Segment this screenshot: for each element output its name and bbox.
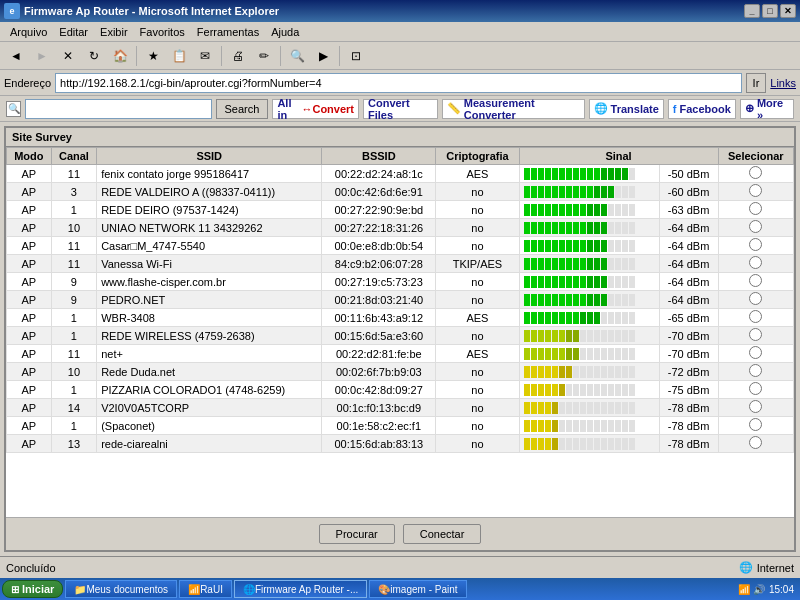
cell-bssid: 00:1e:58:c2:ec:f1 xyxy=(322,417,436,435)
more-plugin[interactable]: ⊕More » xyxy=(740,99,794,119)
cell-select[interactable] xyxy=(718,201,793,219)
start-button[interactable]: ⊞ Iniciar xyxy=(2,580,63,598)
select-radio[interactable] xyxy=(749,184,762,197)
cell-select[interactable] xyxy=(718,381,793,399)
menu-ajuda[interactable]: Ajuda xyxy=(265,24,305,40)
stop-btn[interactable]: ✕ xyxy=(56,45,80,67)
menu-exibir[interactable]: Exibir xyxy=(94,24,134,40)
translate-plugin[interactable]: 🌐Translate xyxy=(589,99,664,119)
cell-dbm: -64 dBm xyxy=(659,273,718,291)
cell-ssid: PIZZARIA COLORADO1 (4748-6259) xyxy=(97,381,322,399)
cell-dbm: -64 dBm xyxy=(659,255,718,273)
cell-signal-bar xyxy=(519,399,659,417)
select-radio[interactable] xyxy=(749,238,762,251)
print-btn[interactable]: 🖨 xyxy=(226,45,250,67)
maximize-btn[interactable]: □ xyxy=(762,4,778,18)
cell-select[interactable] xyxy=(718,255,793,273)
select-radio[interactable] xyxy=(749,220,762,233)
edit-btn[interactable]: ✏ xyxy=(252,45,276,67)
favorites-btn[interactable]: ★ xyxy=(141,45,165,67)
cell-cripto: no xyxy=(436,399,519,417)
menu-arquivo[interactable]: Arquivo xyxy=(4,24,53,40)
cell-select[interactable] xyxy=(718,165,793,183)
search-input[interactable] xyxy=(25,99,212,119)
select-radio[interactable] xyxy=(749,328,762,341)
convert-files-plugin[interactable]: Convert Files xyxy=(363,99,438,119)
cell-ssid: fenix contato jorge 995186417 xyxy=(97,165,322,183)
cell-signal-bar xyxy=(519,201,659,219)
taskbar-firmware[interactable]: 🌐 Firmware Ap Router -... xyxy=(234,580,367,598)
menu-editar[interactable]: Editar xyxy=(53,24,94,40)
cell-modo: AP xyxy=(7,381,52,399)
select-radio[interactable] xyxy=(749,382,762,395)
select-radio[interactable] xyxy=(749,436,762,449)
cell-bssid: 00:1c:f0:13:bc:d9 xyxy=(322,399,436,417)
cell-cripto: no xyxy=(436,219,519,237)
measurement-converter-plugin[interactable]: 📏Measurement Converter xyxy=(442,99,585,119)
address-input[interactable] xyxy=(55,73,741,93)
search-tool-btn[interactable]: 🔍 xyxy=(285,45,309,67)
cell-select[interactable] xyxy=(718,237,793,255)
cell-select[interactable] xyxy=(718,363,793,381)
select-radio[interactable] xyxy=(749,166,762,179)
menu-favoritos[interactable]: Favoritos xyxy=(134,24,191,40)
history-btn[interactable]: 📋 xyxy=(167,45,191,67)
taskbar-paint[interactable]: 🎨 imagem - Paint xyxy=(369,580,466,598)
select-radio[interactable] xyxy=(749,418,762,431)
go-button[interactable]: Ir xyxy=(746,73,767,93)
cell-select[interactable] xyxy=(718,435,793,453)
col-canal: Canal xyxy=(51,148,96,165)
select-radio[interactable] xyxy=(749,346,762,359)
select-radio[interactable] xyxy=(749,274,762,287)
app-icon: e xyxy=(4,3,20,19)
cell-canal: 14 xyxy=(51,399,96,417)
cell-select[interactable] xyxy=(718,399,793,417)
cell-select[interactable] xyxy=(718,273,793,291)
home-btn[interactable]: 🏠 xyxy=(108,45,132,67)
back-btn[interactable]: ◄ xyxy=(4,45,28,67)
search-button[interactable]: Search xyxy=(216,99,269,119)
select-radio[interactable] xyxy=(749,292,762,305)
cell-dbm: -75 dBm xyxy=(659,381,718,399)
minimize-btn[interactable]: _ xyxy=(744,4,760,18)
cell-select[interactable] xyxy=(718,417,793,435)
mail-btn[interactable]: ✉ xyxy=(193,45,217,67)
menu-ferramentas[interactable]: Ferramentas xyxy=(191,24,265,40)
allin-convert-plugin[interactable]: All in ↔Convert xyxy=(272,99,359,119)
taskbar-meus-documentos[interactable]: 📁 Meus documentos xyxy=(65,580,177,598)
cell-bssid: 84:c9:b2:06:07:28 xyxy=(322,255,436,273)
table-wrapper[interactable]: Modo Canal SSID BSSID Criptografia Sinal… xyxy=(6,147,794,517)
cell-bssid: 00:0c:42:6d:6e:91 xyxy=(322,183,436,201)
cell-select[interactable] xyxy=(718,309,793,327)
taskbar-icons: 📶 🔊 xyxy=(738,584,765,595)
cell-select[interactable] xyxy=(718,291,793,309)
refresh-btn[interactable]: ↻ xyxy=(82,45,106,67)
select-radio[interactable] xyxy=(749,400,762,413)
facebook-plugin[interactable]: fFacebook xyxy=(668,99,736,119)
table-row: AP 1 (Spaconet) 00:1e:58:c2:ec:f1 no -78… xyxy=(7,417,794,435)
forward-btn[interactable]: ► xyxy=(30,45,54,67)
cell-select[interactable] xyxy=(718,219,793,237)
size-btn[interactable]: ⊡ xyxy=(344,45,368,67)
select-radio[interactable] xyxy=(749,202,762,215)
table-row: AP 13 rede-ciarealni 00:15:6d:ab:83:13 n… xyxy=(7,435,794,453)
cell-select[interactable] xyxy=(718,183,793,201)
procurar-button[interactable]: Procurar xyxy=(319,524,395,544)
media-btn[interactable]: ▶ xyxy=(311,45,335,67)
select-radio[interactable] xyxy=(749,310,762,323)
conectar-button[interactable]: Conectar xyxy=(403,524,482,544)
cell-dbm: -64 dBm xyxy=(659,237,718,255)
cell-bssid: 00:15:6d:5a:e3:60 xyxy=(322,327,436,345)
taskbar-raui[interactable]: 📶 RaUI xyxy=(179,580,232,598)
links-button[interactable]: Links xyxy=(770,77,796,89)
cell-select[interactable] xyxy=(718,327,793,345)
cell-ssid: www.flashe-cisper.com.br xyxy=(97,273,322,291)
cell-ssid: REDE WIRELESS (4759-2638) xyxy=(97,327,322,345)
cell-modo: AP xyxy=(7,255,52,273)
cell-canal: 11 xyxy=(51,237,96,255)
select-radio[interactable] xyxy=(749,364,762,377)
select-radio[interactable] xyxy=(749,256,762,269)
cell-select[interactable] xyxy=(718,345,793,363)
cell-cripto: TKIP/AES xyxy=(436,255,519,273)
close-btn[interactable]: ✕ xyxy=(780,4,796,18)
